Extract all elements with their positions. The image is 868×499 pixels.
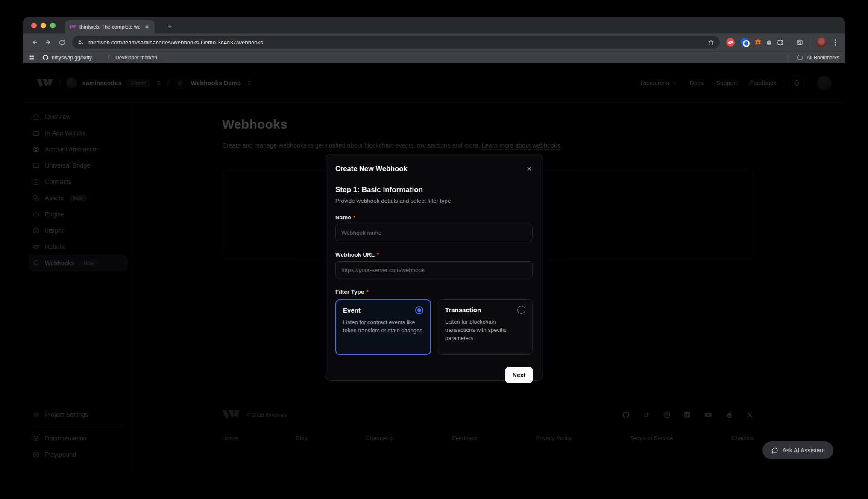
filter-option-event[interactable]: Event Listen for contract events like to… (335, 299, 431, 355)
webhook-url-input[interactable] (335, 261, 533, 278)
bookmark-favicon (107, 55, 112, 60)
bookmark-item[interactable]: niftyswap.gg/Nifty... (42, 54, 96, 61)
required-asterisk: * (353, 214, 355, 221)
step-subtitle: Provide webhook details and select filte… (335, 198, 533, 204)
name-label: Name* (335, 214, 533, 221)
tab-strip: thirdweb: The complete web3 ✕ + (23, 17, 845, 33)
bookmarks-divider (788, 54, 788, 61)
metamask-icon[interactable] (752, 35, 763, 49)
browser-profile-avatar[interactable] (816, 37, 827, 47)
side-panel-search-icon[interactable] (793, 35, 806, 49)
folder-icon (797, 54, 803, 61)
zoom-window-button[interactable] (50, 23, 56, 28)
new-tab-button[interactable]: + (164, 21, 176, 32)
forward-icon[interactable] (41, 35, 55, 49)
toolbar-divider (810, 38, 810, 46)
toolbar-divider (789, 38, 789, 46)
step-title: Step 1: Basic Information (335, 186, 533, 194)
back-icon[interactable] (28, 35, 41, 49)
bookmark-item[interactable]: Developer marketi... (107, 55, 161, 61)
bookmark-star-icon[interactable] (707, 39, 715, 46)
filter-option-title: Event (343, 307, 361, 314)
radio-selected-icon[interactable] (415, 306, 423, 314)
phantom-icon[interactable] (763, 35, 774, 49)
radio-unselected-icon[interactable] (517, 306, 525, 314)
thirdweb-favicon (69, 24, 76, 30)
next-button[interactable]: Next (505, 367, 533, 383)
webhook-name-input[interactable] (335, 224, 533, 241)
webhook-url-label: Webhook URL* (335, 251, 533, 258)
browser-toolbar: thirdweb.com/team/saminacodes/Webhooks-D… (23, 33, 845, 51)
url-text: thirdweb.com/team/saminacodes/Webhooks-D… (88, 39, 703, 46)
create-webhook-modal: Create New Webhook ✕ Step 1: Basic Infor… (325, 154, 543, 381)
close-icon[interactable]: ✕ (525, 165, 533, 173)
browser-menu-icon[interactable] (830, 37, 840, 47)
extensions-puzzle-icon[interactable] (774, 35, 786, 49)
bookmarks-divider (37, 54, 37, 61)
tab-title: thirdweb: The complete web3 (79, 24, 140, 30)
bookmarks-bar: niftyswap.gg/Nifty... Developer marketi.… (23, 51, 845, 63)
address-bar[interactable]: thirdweb.com/team/saminacodes/Webhooks-D… (72, 36, 720, 49)
ask-ai-assistant-button[interactable]: Ask AI Assistant (762, 441, 833, 459)
required-asterisk: * (366, 289, 368, 295)
browser-window: thirdweb: The complete web3 ✕ + thirdweb… (23, 17, 845, 467)
filter-option-transaction[interactable]: Transaction Listen for blockchain transa… (438, 299, 533, 355)
site-settings-icon[interactable] (77, 39, 84, 46)
bookmark-label: niftyswap.gg/Nifty... (52, 55, 96, 61)
filter-option-description: Listen for blockchain transactions with … (445, 318, 525, 343)
tab-close-icon[interactable]: ✕ (144, 24, 150, 30)
minimize-window-button[interactable] (41, 23, 46, 28)
modal-title: Create New Webhook (335, 165, 407, 173)
apps-grid-icon[interactable] (29, 54, 35, 61)
all-bookmarks-button[interactable]: All Bookmarks (806, 55, 839, 61)
extension-icon-red[interactable] (726, 38, 735, 47)
browser-tab[interactable]: thirdweb: The complete web3 ✕ (65, 20, 155, 33)
desktop-background (0, 467, 868, 499)
filter-option-title: Transaction (445, 306, 481, 313)
window-controls (31, 23, 56, 28)
github-favicon (42, 54, 49, 61)
filter-type-label: Filter Type* (335, 289, 533, 295)
reload-icon[interactable] (55, 35, 69, 49)
chat-icon (771, 447, 778, 454)
filter-option-description: Listen for contract events like token tr… (343, 319, 423, 335)
close-window-button[interactable] (31, 23, 37, 28)
extension-icon-blue[interactable] (741, 38, 749, 47)
ask-ai-assistant-label: Ask AI Assistant (782, 447, 825, 454)
required-asterisk: * (377, 251, 379, 258)
bookmark-label: Developer marketi... (115, 55, 161, 61)
